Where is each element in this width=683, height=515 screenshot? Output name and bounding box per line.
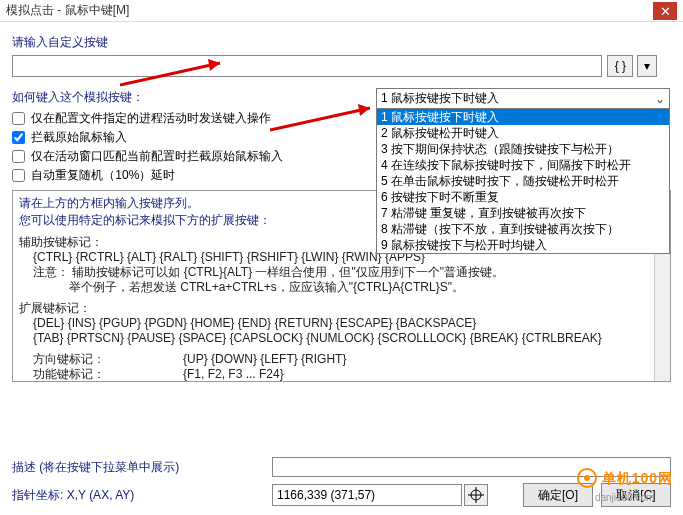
dropdown-item-1[interactable]: 1 鼠标按键按下时键入 bbox=[377, 109, 669, 125]
braces-button[interactable]: { } bbox=[607, 55, 633, 77]
aux-note: 注意： 辅助按键标记可以如 {CTRL}{ALT} 一样组合使用，但"仅应用到下… bbox=[19, 265, 664, 280]
help-row: 方向键标记：{UP} {DOWN} {LEFT} {RIGHT} bbox=[19, 352, 664, 367]
chevron-down-icon: ⌄ bbox=[655, 92, 665, 106]
checkbox-label-1: 仅在配置文件指定的进程活动时发送键入操作 bbox=[31, 111, 271, 125]
checkbox-label-2: 拦截原始鼠标输入 bbox=[31, 130, 127, 144]
checkbox-intercept-when-match[interactable] bbox=[12, 150, 25, 163]
aux-note-2: 举个例子，若想发送 CTRL+a+CTRL+s，应应该输入"{CTRL}A{CT… bbox=[19, 280, 664, 295]
dropdown-list: 1 鼠标按键按下时键入 2 鼠标按键松开时键入 3 按下期间保持状态（跟随按键按… bbox=[377, 109, 669, 253]
dropdown-header[interactable]: 1 鼠标按键按下时键入 ⌄ bbox=[377, 89, 669, 109]
dropdown-item-4[interactable]: 4 在连续按下鼠标按键时按下，间隔按下时松开 bbox=[377, 157, 669, 173]
braces-dropdown-button[interactable]: ▾ bbox=[637, 55, 657, 77]
help-row: 功能键标记：{F1, F2, F3 ... F24} bbox=[19, 367, 664, 382]
custom-key-label: 请输入自定义按键 bbox=[12, 34, 671, 51]
input-method-dropdown[interactable]: 1 鼠标按键按下时键入 ⌄ 1 鼠标按键按下时键入 2 鼠标按键松开时键入 3 … bbox=[376, 88, 670, 254]
crosshair-button[interactable] bbox=[464, 484, 488, 506]
ext-title: 扩展键标记： bbox=[19, 301, 664, 316]
description-input[interactable] bbox=[272, 457, 671, 477]
checkbox-intercept-mouse[interactable] bbox=[12, 131, 25, 144]
ext-line2: {TAB} {PRTSCN} {PAUSE} {SPACE} {CAPSLOCK… bbox=[19, 331, 664, 346]
ok-button[interactable]: 确定[O] bbox=[523, 483, 593, 507]
dropdown-item-2[interactable]: 2 鼠标按键松开时键入 bbox=[377, 125, 669, 141]
dropdown-header-text: 1 鼠标按键按下时键入 bbox=[381, 90, 499, 107]
rows-section: 方向键标记：{UP} {DOWN} {LEFT} {RIGHT} 功能键标记：{… bbox=[19, 352, 664, 382]
dropdown-item-3[interactable]: 3 按下期间保持状态（跟随按键按下与松开） bbox=[377, 141, 669, 157]
checkbox-label-4: 自动重复随机（10%）延时 bbox=[31, 168, 175, 182]
coord-input[interactable]: 1166,339 (371,57) bbox=[272, 484, 462, 506]
dropdown-item-7[interactable]: 7 粘滞键 重复键，直到按键被再次按下 bbox=[377, 205, 669, 221]
title-bar: 模拟点击 - 鼠标中键[M] ✕ bbox=[0, 0, 683, 22]
custom-key-input[interactable] bbox=[12, 55, 602, 77]
aux-note-1: 辅助按键标记可以如 {CTRL}{ALT} 一样组合使用，但"仅应用到下一个"普… bbox=[72, 265, 504, 279]
description-label: 描述 (将在按键下拉菜单中展示) bbox=[12, 459, 272, 476]
window-title: 模拟点击 - 鼠标中键[M] bbox=[6, 2, 129, 19]
bottom-area: 描述 (将在按键下拉菜单中展示) 指针坐标: X,Y (AX, AY) 1166… bbox=[12, 457, 671, 507]
checkbox-auto-repeat[interactable] bbox=[12, 169, 25, 182]
cancel-button[interactable]: 取消[C] bbox=[601, 483, 671, 507]
checkbox-process-active[interactable] bbox=[12, 112, 25, 125]
description-row: 描述 (将在按键下拉菜单中展示) bbox=[12, 457, 671, 477]
custom-key-row: { } ▾ bbox=[12, 55, 671, 81]
crosshair-icon bbox=[468, 487, 484, 503]
coord-label: 指针坐标: X,Y (AX, AY) bbox=[12, 487, 272, 504]
dropdown-item-6[interactable]: 6 按键按下时不断重复 bbox=[377, 189, 669, 205]
dropdown-item-9[interactable]: 9 鼠标按键按下与松开时均键入 bbox=[377, 237, 669, 253]
close-button[interactable]: ✕ bbox=[653, 2, 677, 20]
checkbox-label-3: 仅在活动窗口匹配当前配置时拦截原始鼠标输入 bbox=[31, 149, 283, 163]
dropdown-item-5[interactable]: 5 在单击鼠标按键时按下，随按键松开时松开 bbox=[377, 173, 669, 189]
dropdown-item-8[interactable]: 8 粘滞键（按下不放，直到按键被再次按下） bbox=[377, 221, 669, 237]
ext-line1: {DEL} {INS} {PGUP} {PGDN} {HOME} {END} {… bbox=[19, 316, 664, 331]
coord-row: 指针坐标: X,Y (AX, AY) 1166,339 (371,57) 确定[… bbox=[12, 483, 671, 507]
ext-section: 扩展键标记： {DEL} {INS} {PGUP} {PGDN} {HOME} … bbox=[19, 301, 664, 346]
aux-note-label: 注意： bbox=[33, 265, 69, 279]
